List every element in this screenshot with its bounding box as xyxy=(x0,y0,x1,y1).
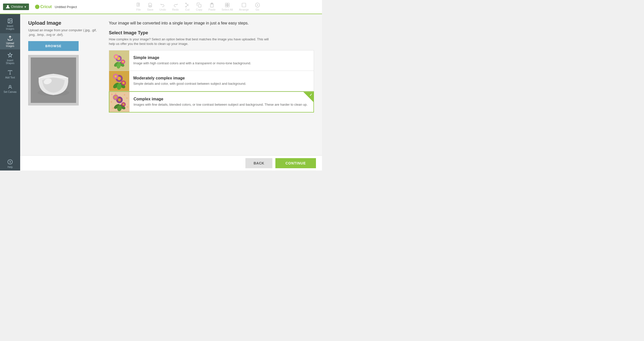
svg-point-34 xyxy=(122,61,124,63)
cricut-logo-svg: Cricut xyxy=(35,3,53,10)
svg-text:Cricut: Cricut xyxy=(40,5,52,9)
svg-rect-4 xyxy=(150,5,151,7)
project-title: Untitled Project xyxy=(55,5,77,9)
svg-point-21 xyxy=(9,86,11,87)
simple-content: Simple image Image with high contrast co… xyxy=(129,52,314,69)
copy-button[interactable]: Copy xyxy=(196,3,202,11)
sidebar-label-set-canvas: Set Canvas xyxy=(4,91,17,93)
moderate-title: Moderately complex image xyxy=(133,76,310,80)
complex-title: Complex image xyxy=(134,97,309,101)
svg-point-36 xyxy=(115,55,117,58)
select-all-icon xyxy=(225,3,230,8)
svg-point-22 xyxy=(8,160,12,164)
bowl-preview xyxy=(31,58,76,103)
chevron-down-icon: ▼ xyxy=(24,6,26,8)
sidebar-label-help: Help xyxy=(8,166,13,168)
svg-rect-12 xyxy=(225,3,227,5)
svg-point-0 xyxy=(7,5,9,7)
sidebar-item-add-text[interactable]: Add Text xyxy=(0,68,20,81)
sidebar-item-help[interactable]: Help xyxy=(0,157,20,170)
user-menu[interactable]: Christine ▼ xyxy=(3,4,29,10)
sidebar-label-add-text: Add Text xyxy=(5,76,15,79)
sidebar-item-insert-images[interactable]: Insert Images xyxy=(0,16,20,32)
svg-point-63 xyxy=(114,96,117,99)
file-menu[interactable]: File xyxy=(136,3,141,11)
moderate-content: Moderately complex image Simple details … xyxy=(129,73,314,89)
select-title: Select Image Type xyxy=(109,30,314,36)
svg-point-50 xyxy=(124,94,125,96)
svg-rect-15 xyxy=(228,5,229,7)
toolbar-actions: File Save Undo Redo Cut xyxy=(77,3,319,11)
sidebar-bottom: Help xyxy=(0,157,20,170)
option-complex[interactable]: Complex image Images with fine details, … xyxy=(109,91,314,112)
sidebar-label-insert-images: Insert Images xyxy=(6,25,14,30)
svg-point-1 xyxy=(35,5,40,9)
topbar: Christine ▼ Cricut Untitled Project File… xyxy=(0,0,322,14)
complex-flower-svg xyxy=(109,92,130,112)
go-icon xyxy=(255,3,260,8)
svg-point-19 xyxy=(9,20,10,20)
intro-text: Your image will be converted into a sing… xyxy=(109,20,275,26)
moderate-thumb xyxy=(109,71,129,91)
svg-line-7 xyxy=(186,4,188,6)
sidebar-label-upload-images: Upload Images xyxy=(6,42,14,47)
logo-area: Christine ▼ Cricut Untitled Project xyxy=(3,3,77,10)
option-moderate[interactable]: Moderately complex image Simple details … xyxy=(109,71,314,91)
sidebar-item-insert-shapes[interactable]: Insert Shapes xyxy=(0,50,20,67)
svg-rect-13 xyxy=(228,3,229,5)
simple-flower-svg xyxy=(109,50,129,71)
svg-point-44 xyxy=(122,82,125,84)
sidebar: Insert Images Upload Images Insert Shape… xyxy=(0,14,20,170)
svg-point-59 xyxy=(118,98,121,101)
redo-button[interactable]: Redo xyxy=(172,3,179,11)
help-icon xyxy=(7,159,13,165)
upload-images-icon xyxy=(7,35,13,41)
upload-title: Upload Image xyxy=(28,20,99,26)
go-button[interactable]: Go xyxy=(255,3,260,11)
select-desc: How complex is your image? Select an opt… xyxy=(109,37,275,46)
copy-icon xyxy=(197,3,202,8)
main-layout: Insert Images Upload Images Insert Shape… xyxy=(0,14,322,170)
svg-point-52 xyxy=(111,101,112,103)
complex-desc: Images with fine details, blended colors… xyxy=(134,102,309,107)
user-name: Christine xyxy=(11,5,23,9)
add-text-icon xyxy=(7,70,13,75)
svg-point-5 xyxy=(186,6,186,7)
sidebar-item-set-canvas[interactable]: Set Canvas xyxy=(0,82,20,95)
arrange-button[interactable]: Arrange xyxy=(239,3,249,11)
cut-icon xyxy=(185,3,190,8)
paste-icon xyxy=(209,3,214,8)
undo-icon xyxy=(160,3,165,8)
cricut-logo: Cricut xyxy=(35,3,53,10)
insert-images-icon xyxy=(7,18,13,24)
continue-button[interactable]: CONTINUE xyxy=(275,158,316,168)
save-button[interactable]: Save xyxy=(147,3,153,11)
sidebar-item-upload-images[interactable]: Upload Images xyxy=(0,33,20,49)
save-icon xyxy=(148,3,153,8)
cut-button[interactable]: Cut xyxy=(185,3,190,11)
complex-content: Complex image Images with fine details, … xyxy=(130,94,313,110)
browse-button[interactable]: BROWSE xyxy=(28,41,79,51)
svg-point-6 xyxy=(186,3,186,4)
svg-point-48 xyxy=(111,94,113,95)
svg-point-61 xyxy=(122,103,124,105)
svg-point-53 xyxy=(127,106,128,108)
redo-icon xyxy=(173,3,178,8)
moderate-flower-svg xyxy=(109,71,129,91)
moderate-desc: Simple details and color, with good cont… xyxy=(133,81,310,86)
main-area: Upload Image Upload an image from your c… xyxy=(20,14,322,170)
simple-title: Simple image xyxy=(133,55,310,60)
back-button[interactable]: BACK xyxy=(245,158,272,168)
paste-button[interactable]: Paste xyxy=(208,3,215,11)
sidebar-label-insert-shapes: Insert Shapes xyxy=(6,59,14,65)
content-area: Upload Image Upload an image from your c… xyxy=(20,14,322,155)
image-preview xyxy=(28,55,79,105)
set-canvas-icon xyxy=(7,84,13,90)
undo-button[interactable]: Undo xyxy=(159,3,166,11)
insert-shapes-icon xyxy=(7,52,13,58)
option-simple[interactable]: Simple image Image with high contrast co… xyxy=(109,50,314,71)
simple-desc: Image with high contrast colors and with… xyxy=(133,61,310,66)
footer: BACK CONTINUE xyxy=(20,155,322,170)
select-all-button[interactable]: Select All xyxy=(221,3,233,11)
complex-thumb xyxy=(109,92,130,112)
